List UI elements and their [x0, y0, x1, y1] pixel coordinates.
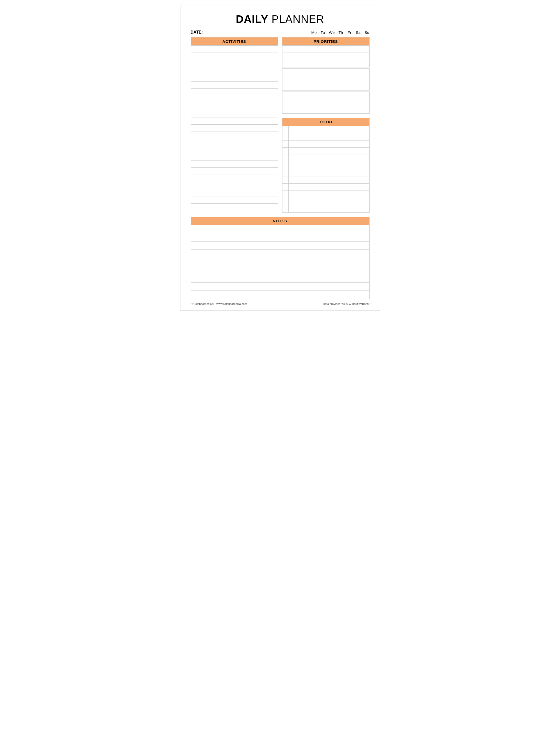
day-we: We — [329, 30, 334, 35]
activity-row[interactable] — [191, 117, 278, 125]
activity-row[interactable] — [191, 125, 278, 132]
todo-item[interactable] — [282, 126, 369, 133]
todo-text[interactable] — [289, 183, 369, 190]
todo-checkbox[interactable] — [282, 140, 289, 147]
priority-row[interactable] — [282, 53, 369, 60]
activity-row[interactable] — [191, 139, 278, 146]
note-row[interactable] — [191, 258, 369, 266]
todo-text[interactable] — [289, 133, 369, 140]
todo-item[interactable] — [282, 162, 369, 169]
note-row[interactable] — [191, 241, 369, 250]
activity-row[interactable] — [191, 146, 278, 153]
priorities-header: PRIORITIES — [282, 37, 370, 46]
activity-row[interactable] — [191, 89, 278, 96]
todo-item[interactable] — [282, 133, 369, 140]
todo-checkbox[interactable] — [282, 176, 289, 183]
todo-section: TO DO — [282, 118, 370, 212]
note-row[interactable] — [191, 274, 369, 282]
note-row[interactable] — [191, 233, 369, 241]
todo-item[interactable] — [282, 183, 369, 191]
todo-text[interactable] — [289, 140, 369, 147]
notes-section: NOTES — [191, 217, 370, 299]
activity-row[interactable] — [191, 53, 278, 60]
note-row[interactable] — [191, 266, 369, 274]
todo-checkbox[interactable] — [282, 155, 289, 162]
todo-item[interactable] — [282, 198, 369, 205]
todo-text[interactable] — [289, 191, 369, 198]
day-mo: Mo — [311, 30, 317, 35]
todo-checkbox[interactable] — [282, 169, 289, 176]
footer-copyright: © Calendarpedia® — [191, 302, 214, 305]
daily-planner-page: DAILY PLANNER DATE: Mo Tu We Th Fr Sa Su… — [180, 5, 380, 311]
priority-row[interactable] — [282, 76, 369, 83]
note-row[interactable] — [191, 225, 369, 233]
todo-item[interactable] — [282, 155, 369, 162]
activity-row[interactable] — [191, 175, 278, 182]
priorities-group3 — [282, 91, 370, 114]
todo-rows — [282, 126, 370, 212]
activity-row[interactable] — [191, 103, 278, 110]
todo-text[interactable] — [289, 148, 369, 155]
todo-text[interactable] — [289, 162, 369, 169]
todo-checkbox[interactable] — [282, 162, 289, 169]
activity-row[interactable] — [191, 189, 278, 196]
activity-row[interactable] — [191, 60, 278, 67]
todo-item[interactable] — [282, 148, 369, 155]
todo-item[interactable] — [282, 140, 369, 148]
todo-text[interactable] — [289, 169, 369, 176]
todo-checkbox[interactable] — [282, 198, 289, 205]
activity-row[interactable] — [191, 96, 278, 103]
todo-checkbox[interactable] — [282, 148, 289, 155]
priorities-section: PRIORITIES — [282, 37, 370, 114]
footer-disclaimer: Data provided 'as is' without warranty — [323, 302, 370, 305]
activities-column: ACTIVITIES — [191, 37, 278, 212]
note-row[interactable] — [191, 282, 369, 291]
activity-row[interactable] — [191, 110, 278, 117]
priority-row[interactable] — [282, 92, 369, 99]
activity-row[interactable] — [191, 203, 278, 211]
todo-checkbox[interactable] — [282, 191, 289, 198]
activity-row[interactable] — [191, 67, 278, 74]
priority-row[interactable] — [282, 106, 369, 113]
todo-text[interactable] — [289, 198, 369, 205]
todo-item[interactable] — [282, 176, 369, 183]
day-th: Th — [338, 30, 343, 35]
todo-item[interactable] — [282, 191, 369, 198]
notes-header: NOTES — [191, 217, 370, 225]
note-row[interactable] — [191, 291, 369, 299]
title-light: PLANNER — [268, 13, 324, 25]
priority-row[interactable] — [282, 83, 369, 90]
activity-row[interactable] — [191, 153, 278, 160]
days-of-week: Mo Tu We Th Fr Sa Su — [311, 30, 369, 35]
todo-checkbox[interactable] — [282, 205, 289, 212]
activity-row[interactable] — [191, 196, 278, 203]
notes-rows — [191, 225, 370, 299]
activity-row[interactable] — [191, 182, 278, 189]
todo-text[interactable] — [289, 205, 369, 212]
activity-row[interactable] — [191, 132, 278, 139]
todo-checkbox[interactable] — [282, 133, 289, 140]
priority-row[interactable] — [282, 46, 369, 53]
todo-checkbox[interactable] — [282, 126, 289, 133]
day-tu: Tu — [320, 30, 325, 35]
activity-row[interactable] — [191, 74, 278, 81]
activities-rows — [191, 46, 278, 211]
priority-row[interactable] — [282, 99, 369, 106]
todo-header: TO DO — [282, 118, 370, 126]
note-row[interactable] — [191, 250, 369, 258]
activity-row[interactable] — [191, 168, 278, 175]
priority-row[interactable] — [282, 60, 369, 67]
day-su: Su — [364, 30, 370, 35]
todo-item[interactable] — [282, 169, 369, 176]
todo-text[interactable] — [289, 126, 369, 133]
activity-row[interactable] — [191, 160, 278, 168]
activity-row[interactable] — [191, 81, 278, 89]
todo-text[interactable] — [289, 155, 369, 162]
todo-item[interactable] — [282, 205, 369, 212]
priorities-group2 — [282, 68, 370, 90]
date-label: DATE: — [191, 30, 203, 35]
priority-row[interactable] — [282, 69, 369, 76]
todo-text[interactable] — [289, 176, 369, 183]
activity-row[interactable] — [191, 46, 278, 53]
todo-checkbox[interactable] — [282, 183, 289, 190]
